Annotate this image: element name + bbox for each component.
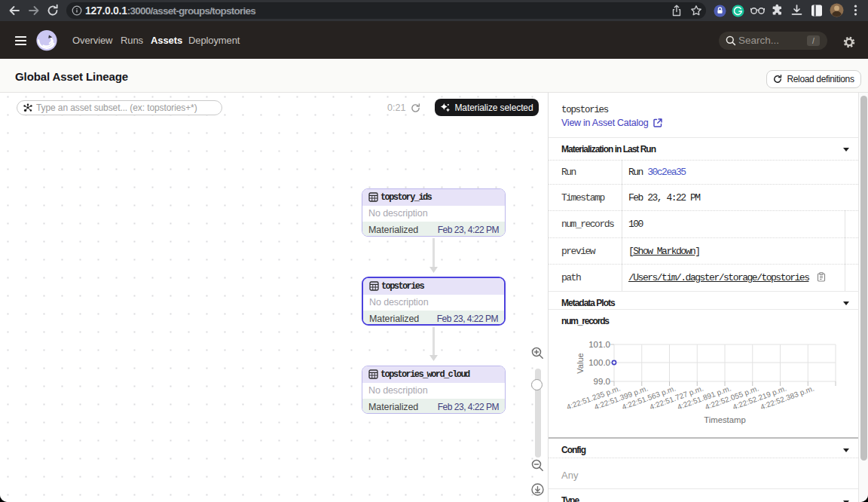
svg-text:101.0: 101.0 [588, 340, 610, 349]
svg-text:Value: Value [576, 353, 585, 373]
svg-text:Timestamp: Timestamp [704, 415, 745, 424]
svg-text:99.0: 99.0 [594, 377, 610, 386]
svg-text:100.0: 100.0 [588, 358, 610, 367]
